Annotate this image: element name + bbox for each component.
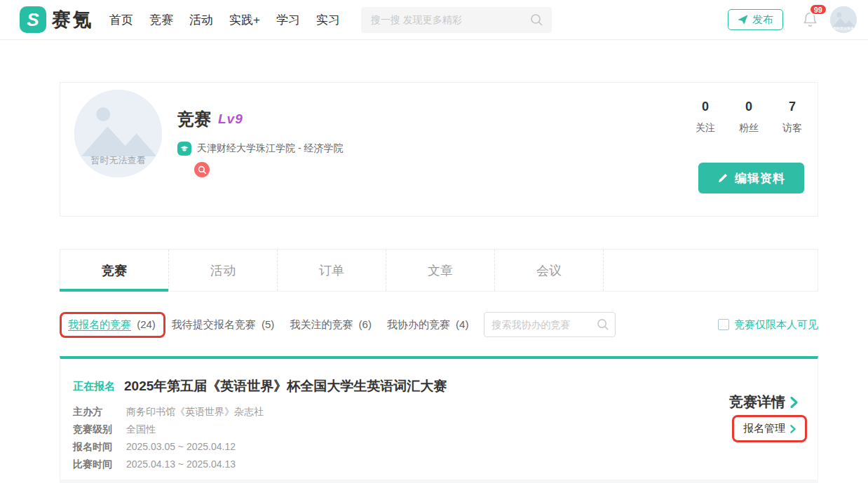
stat-visitors[interactable]: 7 访客	[778, 100, 806, 135]
paper-plane-icon	[738, 15, 748, 25]
stat-label: 粉丝	[735, 122, 763, 135]
notification-count-badge: 99	[809, 4, 827, 15]
main-nav: 首页 竞赛 活动 实践+ 学习 实习	[109, 12, 340, 28]
visibility-label: 竞赛仅限本人可见	[734, 318, 818, 332]
visibility-toggle: 竞赛仅限本人可见	[718, 318, 818, 332]
status-badge: 正在报名	[73, 380, 115, 393]
stat-value: 0	[691, 100, 719, 114]
competition-filters: 我报名的竞赛 (24) 我待提交报名竞赛 (5) 我关注的竞赛 (6) 我协办的…	[60, 310, 818, 339]
edit-profile-button[interactable]: 编辑资料	[698, 163, 804, 193]
chevron-right-icon	[790, 425, 796, 433]
competition-title-row: 正在报名 2025年第五届《英语世界》杯全国大学生英语词汇大赛	[73, 377, 818, 395]
filter-count: (5)	[262, 318, 274, 330]
manage-link-label: 报名管理	[743, 422, 785, 435]
field-label: 报名时间	[73, 438, 123, 456]
logo-text: 赛氪	[52, 7, 94, 32]
competition-links: 竞赛详情 报名管理	[729, 393, 807, 442]
nav-item-internship[interactable]: 实习	[316, 12, 340, 28]
competition-fields: 主办方 商务印书馆《英语世界》杂志社 竞赛级别 全国性 报名时间 2025.03…	[73, 403, 818, 473]
chevron-right-icon	[790, 397, 798, 408]
field-label: 主办方	[73, 403, 123, 421]
header-search	[361, 7, 552, 33]
pencil-icon	[717, 172, 728, 184]
profile-avatar[interactable]: 暂时无法查看	[74, 90, 162, 177]
profile-card: 暂时无法查看 竞赛 Lv9 天津财经大学珠江学院 - 经济学院 0 关注 0 粉…	[60, 82, 818, 217]
filter-followed[interactable]: 我关注的竞赛 (6)	[290, 318, 372, 332]
tab-competition[interactable]: 竞赛	[60, 250, 169, 291]
profile-name-row: 竞赛 Lv9	[177, 108, 243, 130]
visibility-checkbox[interactable]	[718, 319, 729, 330]
card-separator	[60, 479, 818, 483]
nav-item-practice[interactable]: 实践+	[229, 12, 260, 28]
filter-count: (24)	[137, 318, 156, 330]
filter-label: 我关注的竞赛	[290, 318, 353, 330]
publish-label: 发布	[752, 13, 773, 27]
filter-search-input[interactable]	[484, 312, 616, 337]
filter-my-registered[interactable]: 我报名的竞赛 (24)	[68, 318, 156, 332]
stat-followers[interactable]: 0 粉丝	[735, 100, 763, 135]
filter-search	[484, 312, 616, 337]
stat-value: 7	[778, 100, 806, 114]
nav-item-activity[interactable]: 活动	[189, 12, 213, 28]
avatar-zoom-icon[interactable]	[193, 161, 211, 179]
filter-co-organized[interactable]: 我协办的竞赛 (4)	[387, 318, 469, 332]
level-badge: Lv9	[218, 111, 243, 127]
top-navbar: S 赛氪 首页 竞赛 活动 实践+ 学习 实习 发布 99 暂时无法查看	[0, 0, 868, 40]
field-value: 全国性	[126, 423, 156, 435]
header-avatar[interactable]: 暂时无法查看	[830, 6, 857, 33]
search-icon[interactable]	[530, 13, 543, 27]
competition-card: 正在报名 2025年第五届《英语世界》杯全国大学生英语词汇大赛 主办方 商务印书…	[60, 356, 818, 479]
site-logo[interactable]: S 赛氪	[20, 6, 94, 33]
nav-item-competition[interactable]: 竞赛	[149, 12, 173, 28]
annotation-box-manage-link: 报名管理	[732, 415, 807, 442]
field-value: 2025.04.13 ~ 2025.04.13	[126, 458, 236, 470]
publish-button[interactable]: 发布	[728, 9, 783, 30]
annotation-box-registered-filter: 我报名的竞赛 (24)	[60, 312, 165, 338]
filter-pending-submission[interactable]: 我待提交报名竞赛 (5)	[172, 318, 275, 332]
stat-label: 访客	[778, 122, 806, 135]
edit-profile-label: 编辑资料	[735, 170, 785, 186]
profile-name: 竞赛	[177, 108, 211, 130]
filter-label: 我报名的竞赛	[68, 318, 131, 330]
header-avatar-caption: 暂时无法查看	[830, 26, 857, 30]
search-icon[interactable]	[597, 318, 609, 331]
header-search-input[interactable]	[361, 7, 552, 33]
tab-orders[interactable]: 订单	[278, 250, 386, 291]
field-organizer: 主办方 商务印书馆《英语世界》杂志社	[73, 403, 818, 421]
stat-following[interactable]: 0 关注	[691, 100, 719, 135]
stat-value: 0	[735, 100, 763, 114]
graduation-cap-icon	[177, 142, 191, 156]
header-right: 发布 99 暂时无法查看	[728, 6, 857, 33]
field-value: 2025.03.05 ~ 2025.04.12	[126, 441, 236, 452]
stat-label: 关注	[691, 122, 719, 135]
field-competition-period: 比赛时间 2025.04.13 ~ 2025.04.13	[73, 456, 818, 473]
competition-detail-link[interactable]: 竞赛详情	[729, 393, 798, 411]
filter-count: (6)	[359, 318, 372, 330]
profile-school: 天津财经大学珠江学院 - 经济学院	[197, 142, 343, 155]
field-registration-period: 报名时间 2025.03.05 ~ 2025.04.12	[73, 438, 818, 456]
filter-label: 我待提交报名竞赛	[172, 318, 256, 330]
nav-item-study[interactable]: 学习	[276, 12, 300, 28]
tab-meetings[interactable]: 会议	[495, 250, 604, 291]
avatar-caption: 暂时无法查看	[74, 154, 162, 167]
nav-item-home[interactable]: 首页	[109, 12, 133, 28]
field-label: 竞赛级别	[73, 421, 123, 438]
field-level: 竞赛级别 全国性	[73, 421, 818, 438]
tab-activity[interactable]: 活动	[169, 250, 278, 291]
profile-stats: 0 关注 0 粉丝 7 访客	[691, 100, 806, 135]
filter-label: 我协办的竞赛	[387, 318, 450, 330]
profile-school-row: 天津财经大学珠江学院 - 经济学院	[177, 142, 343, 156]
registration-manage-link[interactable]: 报名管理	[743, 422, 796, 435]
detail-link-label: 竞赛详情	[729, 393, 785, 411]
field-label: 比赛时间	[73, 456, 123, 473]
field-value: 商务印书馆《英语世界》杂志社	[126, 406, 264, 417]
notifications-button[interactable]: 99	[801, 11, 819, 29]
logo-mark-icon: S	[20, 6, 46, 33]
competition-title[interactable]: 2025年第五届《英语世界》杯全国大学生英语词汇大赛	[124, 377, 447, 395]
tab-articles[interactable]: 文章	[386, 250, 495, 291]
profile-tabbar: 竞赛 活动 订单 文章 会议	[60, 249, 818, 292]
filter-count: (4)	[456, 318, 468, 330]
